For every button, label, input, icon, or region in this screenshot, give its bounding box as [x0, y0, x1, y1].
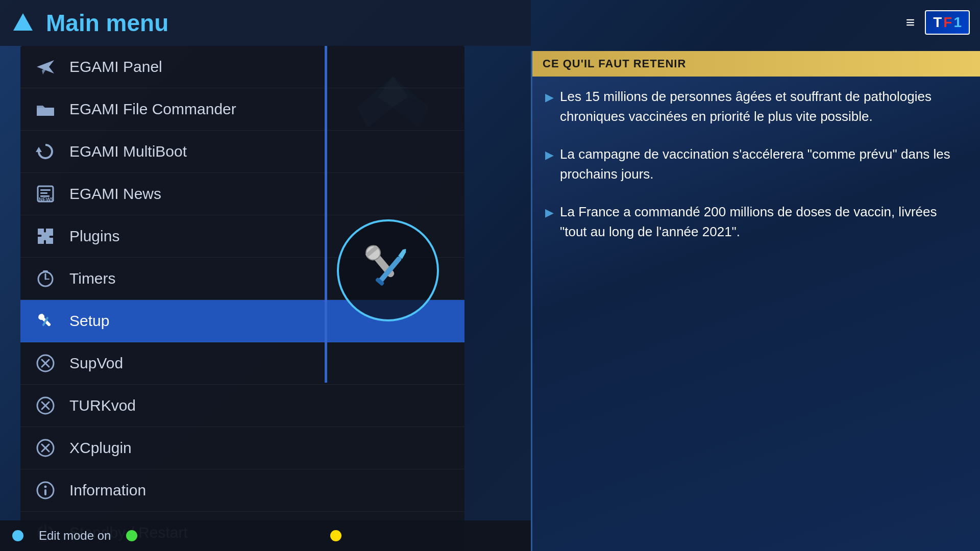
svg-text:NEWS: NEWS: [39, 197, 54, 203]
svg-rect-42: [44, 489, 46, 495]
menu-separator: [325, 46, 327, 383]
news-header: CE QU'IL FAUT RETENIR: [532, 51, 980, 77]
svg-marker-0: [13, 13, 33, 31]
menu-item-label-supvod: SupVod: [69, 355, 123, 372]
tf1-t: T: [933, 14, 942, 31]
news-bullet-2: ▶ La campagne de vaccination s'accélerer…: [545, 144, 967, 184]
menu-item-egami-panel[interactable]: EGAMI Panel: [20, 46, 464, 88]
tf1-1: 1: [953, 14, 962, 31]
menu-item-xcplugin[interactable]: XCplugin: [20, 427, 464, 469]
status-bar: Edit mode on: [0, 520, 531, 551]
menu-lines-icon[interactable]: ≡: [906, 14, 915, 31]
status-dot-green: [126, 530, 137, 541]
bullet-arrow-1: ▶: [545, 89, 554, 106]
bullet-arrow-3: ▶: [545, 204, 554, 221]
news-bullet-text-1: Les 15 millions de personnes âgées et so…: [560, 87, 967, 127]
menu-item-label-setup: Setup: [69, 312, 109, 330]
tf1-logo: T F 1: [925, 10, 970, 35]
menu-item-label-turkvod: TURKvod: [69, 397, 136, 414]
refresh-icon: [33, 139, 58, 164]
status-dot-blue: [12, 530, 23, 541]
status-dot-yellow: [330, 530, 341, 541]
up-arrow-icon: [10, 10, 36, 36]
menu-item-egami-news[interactable]: NEWSEGAMI News: [20, 173, 464, 215]
menu-item-label-egami-file: EGAMI File Commander: [69, 101, 236, 118]
menu-item-egami-multi[interactable]: EGAMI MultiBoot: [20, 131, 464, 173]
x-circle-icon: [33, 393, 58, 418]
menu-item-supvod[interactable]: SupVod: [20, 342, 464, 385]
news-icon: NEWS: [33, 181, 58, 207]
svg-rect-16: [37, 108, 54, 116]
setup-preview-icon: [337, 219, 439, 321]
wrench-icon: [33, 308, 58, 334]
menu-item-label-timers: Timers: [69, 270, 116, 287]
news-bullet-3: ▶ La France a commandé 200 millions de d…: [545, 202, 967, 242]
main-menu-title: Main menu: [46, 9, 168, 37]
svg-rect-19: [40, 189, 51, 191]
x-circle-icon: [33, 435, 58, 461]
edit-mode-label: Edit mode on: [39, 529, 111, 543]
menu-item-turkvod[interactable]: TURKvod: [20, 385, 464, 427]
svg-marker-14: [37, 60, 54, 73]
svg-marker-17: [36, 147, 42, 152]
plane-icon: [33, 54, 58, 80]
news-bullet-text-2: La campagne de vaccination s'accélerera …: [560, 144, 967, 184]
svg-rect-26: [43, 270, 48, 272]
menu-item-egami-file[interactable]: EGAMI File Commander: [20, 88, 464, 131]
news-panel: CE QU'IL FAUT RETENIR ▶ Les 15 millions …: [531, 51, 980, 551]
svg-rect-20: [40, 192, 47, 194]
menu-item-label-egami-multi: EGAMI MultiBoot: [69, 143, 187, 160]
tf1-logo-area: ≡ T F 1: [906, 10, 970, 35]
news-bullet-1: ▶ Les 15 millions de personnes âgées et …: [545, 87, 967, 127]
news-bullet-text-3: La France a commandé 200 millions de dos…: [560, 202, 967, 242]
tf1-f: F: [943, 14, 952, 31]
top-bar: Main menu: [0, 0, 531, 46]
info-icon: [33, 478, 58, 503]
menu-item-label-plugins: Plugins: [69, 228, 119, 245]
bullet-arrow-2: ▶: [545, 146, 554, 163]
menu-item-label-xcplugin: XCplugin: [69, 439, 132, 457]
menu-item-label-egami-news: EGAMI News: [69, 185, 161, 203]
menu-item-label-egami-panel: EGAMI Panel: [69, 58, 162, 76]
x-circle-icon: [33, 350, 58, 376]
folder-icon: [33, 96, 58, 122]
puzzle-icon: [33, 223, 58, 249]
news-content: ▶ Les 15 millions de personnes âgées et …: [532, 77, 980, 270]
menu-item-information[interactable]: Information: [20, 469, 464, 512]
timer-icon: [33, 266, 58, 291]
menu-item-label-information: Information: [69, 482, 146, 499]
svg-point-41: [44, 486, 47, 488]
